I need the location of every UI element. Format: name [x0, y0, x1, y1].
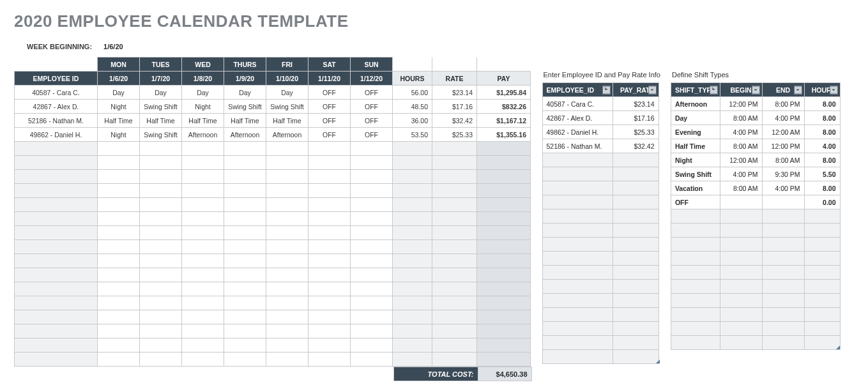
shift-cell[interactable] — [140, 338, 182, 353]
shift-cell[interactable] — [98, 226, 140, 240]
end-cell[interactable] — [762, 266, 804, 280]
employee-cell[interactable]: 49862 - Daniel H. — [15, 128, 98, 142]
shift-cell[interactable]: Half Time — [266, 114, 308, 128]
employee-cell[interactable] — [15, 268, 98, 282]
shift-type-row[interactable]: Half Time8:00 AM12:00 PM4.00 — [671, 139, 840, 153]
employee-id-cell[interactable] — [542, 308, 613, 322]
shift-cell[interactable] — [224, 254, 266, 268]
shift-cell[interactable] — [140, 296, 182, 310]
schedule-row[interactable]: 42867 - Alex D.NightSwing ShiftNightSwin… — [15, 100, 531, 114]
employee-id-cell[interactable] — [542, 181, 613, 195]
schedule-row-blank[interactable] — [15, 184, 531, 198]
end-cell[interactable] — [762, 294, 804, 308]
pay-rate-cell[interactable] — [613, 195, 659, 209]
shift-type-row-blank[interactable] — [671, 308, 840, 322]
employee-cell[interactable] — [15, 338, 98, 353]
shift-cell[interactable]: Night — [98, 100, 140, 114]
employee-rate-row-blank[interactable] — [542, 308, 659, 322]
shift-cell[interactable] — [266, 324, 308, 338]
employee-cell[interactable] — [15, 254, 98, 268]
shift-type-row[interactable]: OFF0.00 — [671, 195, 840, 209]
shift-cell[interactable] — [351, 268, 393, 282]
shift-cell[interactable] — [98, 198, 140, 212]
shift-type-row-blank[interactable] — [671, 209, 840, 224]
shift-type-cell[interactable] — [671, 336, 720, 350]
shift-cell[interactable] — [140, 310, 182, 324]
end-cell[interactable]: 4:00 PM — [762, 181, 804, 195]
schedule-row-blank[interactable] — [15, 156, 531, 170]
begin-cell[interactable] — [720, 336, 762, 350]
shift-cell[interactable] — [308, 282, 351, 296]
hours-col-header[interactable]: HOURS — [804, 83, 840, 97]
shift-cell[interactable] — [98, 156, 140, 170]
pay-rate-cell[interactable] — [613, 252, 659, 266]
shift-cell[interactable] — [266, 156, 308, 170]
shift-cell[interactable] — [266, 226, 308, 240]
end-cell[interactable] — [762, 224, 804, 238]
shift-cell[interactable] — [98, 282, 140, 296]
end-col-header[interactable]: END — [762, 83, 804, 97]
shift-cell[interactable] — [182, 156, 224, 170]
shift-cell[interactable] — [224, 353, 266, 367]
shift-cell[interactable] — [351, 254, 393, 268]
shift-cell[interactable] — [351, 198, 393, 212]
begin-cell[interactable] — [720, 322, 762, 336]
shift-cell[interactable] — [140, 142, 182, 156]
schedule-row-blank[interactable] — [15, 296, 531, 310]
shift-cell[interactable] — [182, 296, 224, 310]
employee-rate-row-blank[interactable] — [542, 167, 659, 181]
shift-cell[interactable]: OFF — [351, 86, 393, 100]
shift-cell[interactable] — [98, 268, 140, 282]
employee-id-cell[interactable] — [542, 195, 613, 209]
employee-id-col-header[interactable]: EMPLOYEE_ID — [542, 83, 613, 97]
shift-cell[interactable]: OFF — [308, 114, 351, 128]
employee-cell[interactable]: 40587 - Cara C. — [15, 86, 98, 100]
shift-cell[interactable] — [98, 254, 140, 268]
employee-id-cell[interactable] — [542, 209, 613, 224]
employee-rate-row-blank[interactable] — [542, 238, 659, 252]
schedule-row-blank[interactable] — [15, 240, 531, 254]
begin-cell[interactable]: 8:00 AM — [720, 181, 762, 195]
employee-id-cell[interactable] — [542, 252, 613, 266]
shift-cell[interactable] — [140, 254, 182, 268]
shift-cell[interactable] — [98, 170, 140, 184]
shift-type-cell[interactable] — [671, 238, 720, 252]
filter-icon[interactable] — [794, 86, 802, 94]
shift-cell[interactable]: Night — [182, 100, 224, 114]
employee-id-cell[interactable]: 52186 - Nathan M. — [542, 139, 613, 153]
shift-cell[interactable] — [266, 184, 308, 198]
shift-cell[interactable] — [351, 156, 393, 170]
shift-cell[interactable]: Half Time — [140, 114, 182, 128]
employee-rate-row[interactable]: 49862 - Daniel H.$25.33 — [542, 125, 659, 139]
employee-cell[interactable] — [15, 296, 98, 310]
begin-cell[interactable] — [720, 195, 762, 209]
shift-cell[interactable]: Day — [182, 86, 224, 100]
pay-rate-cell[interactable]: $17.16 — [613, 111, 659, 125]
shift-cell[interactable] — [266, 212, 308, 226]
shift-cell[interactable] — [266, 310, 308, 324]
shift-cell[interactable] — [308, 156, 351, 170]
shift-cell[interactable] — [351, 324, 393, 338]
shift-cell[interactable] — [224, 324, 266, 338]
schedule-row[interactable]: 40587 - Cara C.DayDayDayDayDayOFFOFF56.0… — [15, 86, 531, 100]
employee-cell[interactable] — [15, 184, 98, 198]
shift-type-col-header[interactable]: SHIFT_TYPE — [671, 83, 720, 97]
shift-cell[interactable] — [98, 212, 140, 226]
sort-icon[interactable] — [710, 86, 718, 94]
shift-cell[interactable]: Swing Shift — [140, 100, 182, 114]
begin-cell[interactable] — [720, 252, 762, 266]
begin-cell[interactable] — [720, 308, 762, 322]
shift-cell[interactable] — [224, 156, 266, 170]
shift-cell[interactable] — [266, 198, 308, 212]
table-resize-handle-icon[interactable] — [836, 345, 840, 349]
schedule-row-blank[interactable] — [15, 226, 531, 240]
employee-rate-row-blank[interactable] — [542, 195, 659, 209]
pay-rate-cell[interactable] — [613, 350, 659, 364]
shift-cell[interactable] — [182, 338, 224, 353]
employee-id-cell[interactable] — [542, 153, 613, 167]
employee-rate-row-blank[interactable] — [542, 280, 659, 294]
employee-id-cell[interactable]: 42867 - Alex D. — [542, 111, 613, 125]
shift-cell[interactable]: OFF — [308, 100, 351, 114]
schedule-row-blank[interactable] — [15, 353, 531, 367]
shift-cell[interactable] — [182, 198, 224, 212]
